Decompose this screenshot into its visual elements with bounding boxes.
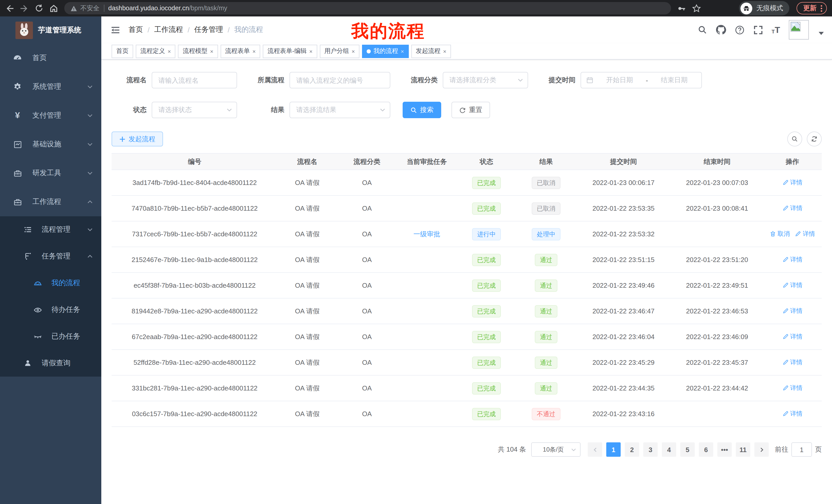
avatar[interactable] xyxy=(789,20,809,39)
tab-start-process[interactable]: 发起流程× xyxy=(411,45,451,58)
page-button-11[interactable]: 11 xyxy=(736,442,750,457)
avatar-dropdown-caret[interactable] xyxy=(818,32,824,35)
app-title: 芋道管理系统 xyxy=(38,25,81,35)
next-page-button[interactable] xyxy=(754,442,769,457)
detail-link[interactable]: 详情 xyxy=(782,255,802,264)
prev-page-button[interactable] xyxy=(588,442,602,457)
tab-process-form-edit[interactable]: 流程表单-编辑× xyxy=(263,45,317,58)
sidebar-item-leave-query[interactable]: 请假查询 xyxy=(0,350,101,376)
reload-icon[interactable] xyxy=(35,4,43,12)
url-text[interactable]: dashboard.yudao.iocoder.cn/bpm/task/my xyxy=(108,5,227,12)
result-select[interactable]: 请选择流结果 xyxy=(289,102,390,118)
detail-link[interactable]: 详情 xyxy=(782,307,802,315)
forward-icon[interactable] xyxy=(20,4,29,12)
close-icon[interactable]: × xyxy=(253,48,256,54)
process-name-input[interactable] xyxy=(152,72,237,88)
page-button-6[interactable]: 6 xyxy=(699,442,713,457)
tab-process-form[interactable]: 流程表单× xyxy=(220,45,260,58)
status-select[interactable]: 请选择状态 xyxy=(152,102,237,118)
sidebar-item-home[interactable]: 首页 xyxy=(0,44,101,73)
chevron-down-icon xyxy=(87,113,93,119)
date-range-picker[interactable]: 开始日期 - 结束日期 xyxy=(580,72,702,88)
table-row: 03c6c157-7b9a-11ec-a290-acde48001122 OA … xyxy=(111,401,822,427)
security-warning[interactable]: 不安全 xyxy=(71,4,100,12)
detail-link[interactable]: 详情 xyxy=(782,332,802,341)
close-icon[interactable]: × xyxy=(309,48,313,54)
goto-page-input[interactable] xyxy=(791,442,812,457)
tab-home[interactable]: 首页 xyxy=(111,45,133,58)
close-icon[interactable]: × xyxy=(352,48,355,54)
process-definition-input[interactable] xyxy=(289,72,390,88)
search-button[interactable]: 搜索 xyxy=(402,102,441,118)
address-bar[interactable]: 不安全 dashboard.yudao.iocoder.cn/bpm/task/… xyxy=(64,2,671,15)
sidebar-item-my-process[interactable]: 我的流程 xyxy=(0,270,101,297)
tab-my-process[interactable]: 我的流程× xyxy=(362,45,409,58)
tab-user-group[interactable]: 用户分组× xyxy=(320,45,360,58)
page-button-3[interactable]: 3 xyxy=(643,442,658,457)
detail-link[interactable]: 详情 xyxy=(782,384,802,393)
github-icon[interactable] xyxy=(716,25,726,35)
breadcrumb-task-mgmt[interactable]: 任务管理 xyxy=(194,25,223,34)
detail-link[interactable]: 详情 xyxy=(782,281,802,290)
sidebar-item-todo-tasks[interactable]: 待办任务 xyxy=(0,297,101,323)
sidebar-item-workflow[interactable]: 工作流程 xyxy=(0,188,101,216)
total-count: 共 104 条 xyxy=(498,445,526,454)
help-icon[interactable] xyxy=(734,25,744,35)
detail-link[interactable]: 详情 xyxy=(795,230,815,239)
back-icon[interactable] xyxy=(5,4,14,12)
sidebar-item-system[interactable]: 系统管理 xyxy=(0,73,101,101)
sidebar-item-done-tasks[interactable]: 已办任务 xyxy=(0,323,101,350)
sidebar-item-payment[interactable]: ¥ 支付管理 xyxy=(0,101,101,130)
yen-icon: ¥ xyxy=(13,111,22,120)
hamburger-icon[interactable] xyxy=(110,25,120,35)
close-icon[interactable]: × xyxy=(210,48,213,54)
detail-link[interactable]: 详情 xyxy=(782,204,802,213)
sidebar-item-infrastructure[interactable]: 基础设施 xyxy=(0,130,101,159)
key-icon[interactable] xyxy=(677,4,686,12)
page-button-5[interactable]: 5 xyxy=(680,442,695,457)
reset-button[interactable]: 重置 xyxy=(451,102,490,118)
start-date-placeholder[interactable]: 开始日期 xyxy=(598,76,642,85)
fullscreen-icon[interactable] xyxy=(753,25,763,35)
monitor-chart-icon xyxy=(13,140,22,149)
detail-link[interactable]: 详情 xyxy=(782,178,802,187)
sidebar-item-process-mgmt[interactable]: 流程管理 xyxy=(0,216,101,243)
table-row: 2152467e-7b9b-11ec-9a1b-acde48001122 OA … xyxy=(111,247,822,273)
refresh-table-button[interactable] xyxy=(807,132,822,146)
cancel-link[interactable]: 取消 xyxy=(770,230,790,239)
detail-link[interactable]: 详情 xyxy=(782,410,802,418)
plus-icon xyxy=(119,136,126,142)
sidebar-item-devtools[interactable]: 研发工具 xyxy=(0,159,101,188)
breadcrumb-home[interactable]: 首页 xyxy=(129,25,143,34)
current-task-link[interactable]: 一级审批 xyxy=(413,230,440,237)
edit-icon xyxy=(782,359,788,366)
font-size-icon[interactable]: TT xyxy=(772,25,780,34)
search-icon xyxy=(410,107,417,113)
page-button-4[interactable]: 4 xyxy=(662,442,676,457)
more-pages-button[interactable]: ••• xyxy=(717,442,732,457)
page-button-2[interactable]: 2 xyxy=(625,442,639,457)
bookmark-star-icon[interactable] xyxy=(692,4,701,12)
create-process-button[interactable]: 发起流程 xyxy=(111,132,163,146)
page-button-1[interactable]: 1 xyxy=(606,442,621,457)
breadcrumb-workflow[interactable]: 工作流程 xyxy=(154,25,183,34)
close-icon[interactable]: × xyxy=(167,48,171,54)
browser-menu-icon[interactable] xyxy=(821,5,822,11)
page-size-select[interactable]: 10条/页 xyxy=(531,442,580,457)
broken-image-icon xyxy=(790,22,801,32)
pagination: 共 104 条 10条/页 1 2 3 4 5 6 ••• 11 xyxy=(111,442,822,457)
end-date-placeholder[interactable]: 结束日期 xyxy=(652,76,696,85)
detail-link[interactable]: 详情 xyxy=(782,358,802,367)
close-icon[interactable]: × xyxy=(400,48,404,54)
tab-process-model[interactable]: 流程模型× xyxy=(178,45,218,58)
chevron-down-icon xyxy=(571,447,576,452)
toggle-search-button[interactable] xyxy=(787,132,802,146)
home-icon[interactable] xyxy=(49,4,58,12)
category-select[interactable]: 请选择流程分类 xyxy=(443,72,528,88)
browser-update-button[interactable]: 更新 xyxy=(797,2,827,15)
tab-process-definition[interactable]: 流程定义× xyxy=(136,45,176,58)
app-logo[interactable]: 芋道管理系统 xyxy=(0,17,101,44)
sidebar-item-task-mgmt[interactable]: 任务管理 xyxy=(0,243,101,270)
close-icon[interactable]: × xyxy=(443,48,446,54)
search-icon[interactable] xyxy=(698,25,707,34)
